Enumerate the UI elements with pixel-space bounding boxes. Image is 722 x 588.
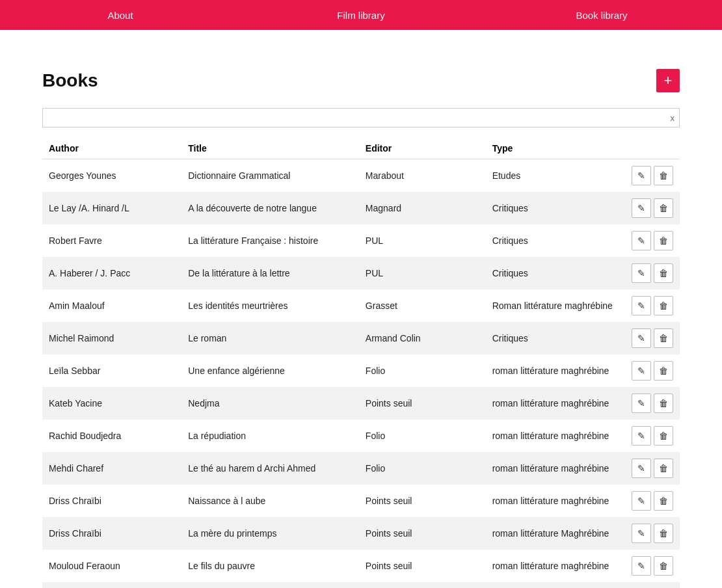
- page-content: Books + x Author Title Editor Type Georg…: [16, 30, 706, 588]
- cell-actions: ✎ 🗑: [625, 420, 680, 452]
- search-clear-button[interactable]: x: [671, 113, 675, 123]
- cell-editor: PUL: [359, 257, 486, 289]
- cell-actions: ✎ 🗑: [625, 192, 680, 224]
- delete-button[interactable]: 🗑: [654, 328, 673, 348]
- delete-button[interactable]: 🗑: [654, 296, 673, 315]
- add-book-button[interactable]: +: [656, 69, 680, 92]
- table-row: Mehdi CharefLe thé au harem d Archi Ahme…: [42, 452, 680, 485]
- cell-author: Mehdi Charef: [42, 452, 181, 485]
- delete-button[interactable]: 🗑: [654, 556, 673, 576]
- delete-button[interactable]: 🗑: [654, 166, 673, 185]
- cell-editor: Armand Colin: [359, 322, 486, 354]
- table-header: Author Title Editor Type: [42, 138, 680, 159]
- edit-button[interactable]: ✎: [632, 524, 651, 543]
- cell-author: Leïla Sebbar: [42, 354, 181, 387]
- cell-title: A la découverte de notre langue: [181, 192, 359, 224]
- cell-title: Le fleuve détourné: [181, 582, 359, 588]
- cell-type: Critiques: [486, 322, 625, 354]
- cell-type: roman littérature maghrébine: [486, 354, 625, 387]
- cell-title: Naissance à l aube: [181, 485, 359, 517]
- cell-type: Critiques: [486, 257, 625, 289]
- cell-title: De la littérature à la lettre: [181, 257, 359, 289]
- edit-button[interactable]: ✎: [632, 166, 651, 185]
- cell-editor: Grasset: [359, 289, 486, 322]
- cell-title: Le roman: [181, 322, 359, 354]
- column-editor: Editor: [359, 138, 486, 159]
- cell-type: roman littérature maghrébine: [486, 582, 625, 588]
- table-row: Michel RaimondLe romanArmand ColinCritiq…: [42, 322, 680, 354]
- cell-editor: PUL: [359, 224, 486, 257]
- cell-editor: Points seuil: [359, 387, 486, 420]
- table-row: Driss ChraïbiLa mère du printempsPoints …: [42, 517, 680, 550]
- delete-button[interactable]: 🗑: [654, 394, 673, 413]
- delete-button[interactable]: 🗑: [654, 491, 673, 511]
- cell-type: Roman littérature maghrébine: [486, 289, 625, 322]
- edit-button[interactable]: ✎: [632, 231, 651, 250]
- table-row: Amin MaaloufLes identités meurtrièresGra…: [42, 289, 680, 322]
- cell-author: Kateb Yacine: [42, 387, 181, 420]
- cell-type: roman littérature Maghrébine: [486, 517, 625, 550]
- edit-button[interactable]: ✎: [632, 328, 651, 348]
- delete-button[interactable]: 🗑: [654, 524, 673, 543]
- cell-actions: ✎ 🗑: [625, 257, 680, 289]
- edit-button[interactable]: ✎: [632, 556, 651, 576]
- column-author: Author: [42, 138, 181, 159]
- table-row: Driss ChraïbiNaissance à l aubePoints se…: [42, 485, 680, 517]
- edit-button[interactable]: ✎: [632, 296, 651, 315]
- cell-actions: ✎ 🗑: [625, 289, 680, 322]
- page-title: Books: [42, 70, 98, 91]
- table-row: Rachid MimouniLe fleuve détournéPocketro…: [42, 582, 680, 588]
- delete-button[interactable]: 🗑: [654, 361, 673, 381]
- edit-button[interactable]: ✎: [632, 263, 651, 283]
- cell-type: roman littérature maghrébine: [486, 550, 625, 582]
- edit-button[interactable]: ✎: [632, 459, 651, 478]
- search-input[interactable]: [42, 108, 680, 127]
- cell-author: Driss Chraïbi: [42, 485, 181, 517]
- cell-actions: ✎ 🗑: [625, 452, 680, 485]
- cell-actions: ✎ 🗑: [625, 517, 680, 550]
- delete-button[interactable]: 🗑: [654, 231, 673, 250]
- books-table: Author Title Editor Type Georges YounesD…: [42, 138, 680, 588]
- cell-actions: ✎ 🗑: [625, 159, 680, 193]
- nav-book-library[interactable]: Book library: [481, 2, 722, 29]
- cell-title: La répudiation: [181, 420, 359, 452]
- cell-title: Le thé au harem d Archi Ahmed: [181, 452, 359, 485]
- cell-type: Etudes: [486, 159, 625, 193]
- cell-type: Critiques: [486, 224, 625, 257]
- table-row: Robert FavreLa littérature Française : h…: [42, 224, 680, 257]
- nav-film-library[interactable]: Film library: [241, 2, 481, 29]
- cell-title: La mère du printemps: [181, 517, 359, 550]
- cell-type: roman littérature maghrébine: [486, 387, 625, 420]
- cell-author: Le Lay /A. Hinard /L: [42, 192, 181, 224]
- table-row: Georges YounesDictionnaire GrammaticalMa…: [42, 159, 680, 193]
- cell-editor: Magnard: [359, 192, 486, 224]
- cell-editor: Points seuil: [359, 485, 486, 517]
- cell-title: Les identités meurtrières: [181, 289, 359, 322]
- cell-editor: Folio: [359, 452, 486, 485]
- edit-button[interactable]: ✎: [632, 198, 651, 218]
- cell-editor: Folio: [359, 354, 486, 387]
- delete-button[interactable]: 🗑: [654, 263, 673, 283]
- delete-button[interactable]: 🗑: [654, 198, 673, 218]
- cell-actions: ✎ 🗑: [625, 485, 680, 517]
- delete-button[interactable]: 🗑: [654, 426, 673, 446]
- table-row: Le Lay /A. Hinard /LA la découverte de n…: [42, 192, 680, 224]
- cell-editor: Points seuil: [359, 517, 486, 550]
- cell-author: Rachid Boudjedra: [42, 420, 181, 452]
- nav-about[interactable]: About: [0, 2, 241, 29]
- cell-title: Dictionnaire Grammatical: [181, 159, 359, 193]
- edit-button[interactable]: ✎: [632, 394, 651, 413]
- table-row: A. Haberer / J. PaccDe la littérature à …: [42, 257, 680, 289]
- cell-actions: ✎ 🗑: [625, 550, 680, 582]
- cell-author: Driss Chraïbi: [42, 517, 181, 550]
- edit-button[interactable]: ✎: [632, 361, 651, 381]
- table-row: Rachid BoudjedraLa répudiationFolioroman…: [42, 420, 680, 452]
- edit-button[interactable]: ✎: [632, 426, 651, 446]
- table-row: Leïla SebbarUne enfance algérienneFolior…: [42, 354, 680, 387]
- delete-button[interactable]: 🗑: [654, 459, 673, 478]
- edit-button[interactable]: ✎: [632, 491, 651, 511]
- column-title: Title: [181, 138, 359, 159]
- cell-editor: Folio: [359, 420, 486, 452]
- search-container: x: [42, 108, 680, 127]
- cell-type: roman littérature maghrébine: [486, 452, 625, 485]
